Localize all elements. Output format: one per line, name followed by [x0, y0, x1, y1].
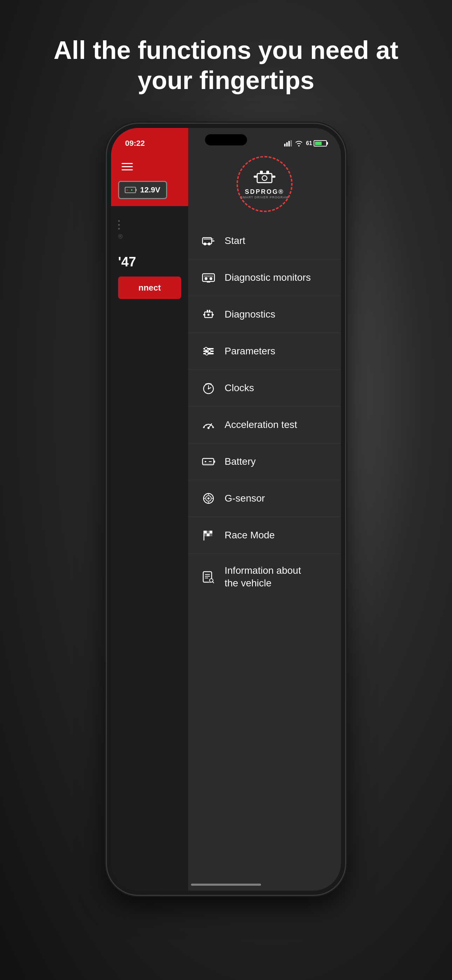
battery-menu-icon [201, 454, 216, 469]
svg-rect-63 [210, 533, 212, 536]
svg-rect-27 [203, 314, 205, 315]
svg-rect-11 [266, 171, 269, 174]
hamburger-button[interactable] [118, 159, 181, 174]
acceleration-test-icon [201, 417, 216, 433]
menu-label-vehicle-info: Information aboutthe vehicle [224, 564, 301, 590]
dynamic-island [205, 134, 247, 145]
menu-item-acceleration-test[interactable]: Acceleration test [188, 407, 341, 443]
menu-label-g-sensor: G-sensor [224, 493, 265, 504]
race-mode-icon [201, 528, 216, 543]
svg-rect-19 [202, 274, 215, 282]
headline: All the functions you need at your finge… [0, 35, 452, 96]
vertical-dots [118, 220, 181, 229]
status-icons: 61 [284, 140, 327, 146]
menu-item-g-sensor[interactable]: G-sensor [188, 480, 341, 517]
svg-rect-12 [254, 176, 257, 178]
menu-item-diagnostic-monitors[interactable]: Diagnostic monitors [188, 259, 341, 296]
svg-rect-28 [212, 314, 214, 315]
menu-label-start: Start [224, 235, 245, 247]
year-text: '47 [118, 255, 181, 269]
connect-button[interactable]: nnect [118, 277, 181, 299]
svg-rect-9 [257, 173, 272, 183]
svg-rect-5 [135, 189, 137, 191]
hamburger-line-2 [122, 166, 133, 167]
menu-label-acceleration-test: Acceleration test [224, 419, 297, 430]
diagnostic-monitors-icon [201, 270, 216, 285]
svg-point-33 [205, 347, 207, 350]
logo-subtitle: SMART DRIVER PROGRAM [241, 196, 289, 199]
right-panel-menu: SDPROG® SMART DRIVER PROGRAM [188, 128, 341, 891]
svg-point-16 [204, 243, 206, 245]
menu-label-parameters: Parameters [224, 345, 275, 357]
menu-item-race-mode[interactable]: Race Mode [188, 517, 341, 554]
svg-point-35 [205, 352, 208, 355]
svg-rect-23 [207, 282, 210, 283]
logo-name: SDPROG® [245, 188, 284, 196]
svg-rect-3 [290, 140, 292, 146]
g-sensor-icon [201, 491, 216, 506]
menu-item-start[interactable]: Start [188, 223, 341, 259]
svg-rect-25 [207, 310, 208, 313]
svg-point-39 [208, 388, 209, 390]
menu-list: Start Diagnos [188, 223, 341, 891]
engine-logo-icon [252, 169, 277, 187]
svg-rect-26 [209, 310, 210, 313]
svg-point-20 [205, 277, 207, 280]
svg-rect-60 [210, 531, 212, 533]
phone-screen: 09:22 61 [111, 128, 341, 891]
voltage-badge: 12.9V [118, 181, 167, 199]
menu-item-vehicle-info[interactable]: Information aboutthe vehicle [188, 554, 341, 600]
svg-rect-22 [204, 275, 213, 277]
hamburger-line-1 [122, 163, 133, 164]
menu-item-diagnostics[interactable]: Diagnostics [188, 296, 341, 333]
hamburger-line-3 [122, 169, 133, 170]
left-panel: 12.9V ® '47 nnect [111, 128, 188, 891]
svg-rect-62 [207, 533, 210, 536]
svg-rect-0 [284, 144, 286, 146]
svg-rect-46 [214, 461, 215, 463]
svg-point-17 [208, 243, 210, 245]
battery-icon-small [125, 186, 137, 194]
svg-point-21 [210, 277, 212, 280]
phone-mockup: 09:22 61 [107, 124, 345, 895]
battery-status-icon: 61 [306, 140, 327, 146]
svg-rect-13 [272, 176, 275, 178]
signal-icon [284, 140, 292, 146]
status-time: 09:22 [125, 139, 145, 148]
svg-rect-59 [207, 531, 210, 533]
svg-rect-2 [288, 141, 290, 146]
app-logo: SDPROG® SMART DRIVER PROGRAM [237, 156, 293, 212]
diagnostics-icon [201, 307, 216, 322]
svg-rect-1 [286, 142, 288, 146]
left-panel-body: ® '47 nnect [111, 206, 188, 306]
svg-point-41 [207, 427, 210, 429]
svg-point-53 [207, 497, 210, 500]
wifi-icon [295, 140, 303, 146]
menu-item-parameters[interactable]: Parameters [188, 333, 341, 370]
home-bar [191, 884, 261, 886]
parameters-icon [201, 344, 216, 359]
start-icon [201, 233, 216, 248]
app-content: 12.9V ® '47 nnect [111, 128, 341, 891]
menu-label-clocks: Clocks [224, 382, 254, 394]
menu-label-battery: Battery [224, 456, 256, 467]
svg-rect-45 [202, 458, 214, 465]
voltage-label: 12.9V [140, 185, 161, 194]
menu-label-diagnostic-monitors: Diagnostic monitors [224, 272, 311, 283]
menu-item-battery[interactable]: Battery [188, 443, 341, 480]
svg-point-34 [208, 350, 211, 353]
menu-item-clocks[interactable]: Clocks [188, 370, 341, 407]
svg-rect-18 [212, 240, 215, 242]
vehicle-info-icon [201, 569, 216, 585]
svg-point-14 [262, 176, 267, 180]
menu-label-race-mode: Race Mode [224, 530, 275, 541]
menu-label-diagnostics: Diagnostics [224, 309, 275, 320]
clocks-icon [201, 380, 216, 396]
svg-point-29 [207, 314, 210, 316]
svg-rect-10 [260, 171, 263, 174]
registered-mark: ® [118, 233, 181, 240]
svg-rect-15 [202, 238, 212, 244]
